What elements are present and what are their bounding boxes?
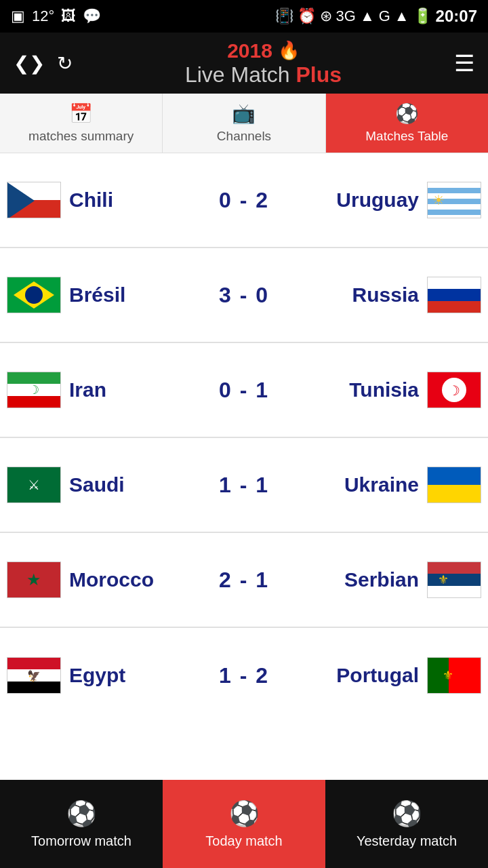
team-away: Serbian: [281, 561, 481, 598]
bottom-nav: ⚽ Tomorrow match ⚽ Today match ⚽ Yesterd…: [0, 780, 488, 868]
flag-russia: [427, 277, 481, 313]
flag-egypt: [7, 657, 61, 694]
match-row[interactable]: Saudi 1 - 1 Ukraine: [0, 438, 488, 533]
app-title: 2018 🔥 Live Match Plus: [73, 39, 454, 87]
team-home: Chili: [7, 182, 207, 218]
flag-ukraine: [427, 467, 481, 503]
match-score: 3 - 0: [207, 283, 281, 308]
status-left: ▣ 12° 🖼 💬: [11, 7, 101, 25]
match-score: 0 - 1: [207, 378, 281, 403]
team-home: Saudi: [7, 467, 207, 503]
soccer-ball-today-icon: ⚽: [229, 800, 260, 828]
away-team-name: Uruguay: [336, 189, 419, 212]
hamburger-menu-icon[interactable]: ☰: [454, 50, 474, 77]
flag-morocco: [7, 561, 61, 598]
team-away: Russia: [281, 277, 481, 313]
nav-yesterday-label: Yesterday match: [357, 833, 457, 849]
away-team-name: Serbian: [344, 568, 419, 591]
flag-chili: [7, 182, 61, 218]
title-year: 2018 🔥: [73, 39, 454, 62]
top-bar-left-icons: ❮❯ ↻: [14, 52, 73, 75]
team-home: Morocco: [7, 561, 207, 598]
nav-today-label: Today match: [205, 833, 282, 849]
status-message-icon: 💬: [83, 7, 101, 25]
soccer-ball-icon: ⚽: [395, 102, 419, 125]
home-team-name: Chili: [69, 189, 113, 212]
status-right: 📳 ⏰ ⊛ 3G ▲ G ▲ 🔋 20:07: [275, 7, 477, 26]
match-row[interactable]: Brésil 3 - 0 Russia: [0, 248, 488, 343]
nav-today-match[interactable]: ⚽ Today match: [163, 780, 325, 868]
team-home: Iran: [7, 372, 207, 408]
match-row[interactable]: Morocco 2 - 1 Serbian: [0, 533, 488, 628]
status-vibrate-icon: 📳: [275, 7, 293, 25]
match-score: 0 - 2: [207, 188, 281, 213]
tab-matches-summary[interactable]: 📅 matches summary: [0, 94, 163, 153]
away-team-name: Ukraine: [344, 473, 419, 496]
status-image-icon: 🖼: [61, 7, 76, 25]
tab-matches-table[interactable]: ⚽ Matches Table: [326, 94, 488, 153]
team-away: Tunisia: [281, 372, 481, 408]
nav-tomorrow-label: Tomorrow match: [31, 833, 131, 849]
status-signal2-icon: ▲: [394, 7, 409, 25]
status-g-icon: G: [379, 7, 390, 25]
status-temp: 12°: [32, 7, 54, 25]
tab-matches-table-label: Matches Table: [365, 129, 448, 144]
team-away: Uruguay: [281, 182, 481, 218]
away-team-name: Portugal: [336, 664, 419, 687]
status-time: 20:07: [436, 7, 477, 26]
status-signal-icon: ▲: [360, 7, 375, 25]
away-team-name: Russia: [352, 283, 419, 307]
matches-content: Chili 0 - 2 Uruguay Brésil 3 - 0 Russia: [0, 153, 488, 811]
top-bar: ❮❯ ↻ 2018 🔥 Live Match Plus ☰: [0, 33, 488, 94]
home-team-name: Iran: [69, 378, 106, 401]
share-icon[interactable]: ❮❯: [14, 52, 45, 75]
matches-list: Chili 0 - 2 Uruguay Brésil 3 - 0 Russia: [0, 153, 488, 723]
team-away: Ukraine: [281, 467, 481, 503]
team-away: Portugal: [281, 657, 481, 694]
match-score: 1 - 2: [207, 663, 281, 688]
tv-icon: 📺: [232, 102, 256, 125]
flag-serbian: [427, 561, 481, 598]
home-team-name: Egypt: [69, 664, 125, 687]
home-team-name: Brésil: [69, 283, 125, 307]
nav-yesterday-match[interactable]: ⚽ Yesterday match: [325, 780, 488, 868]
status-sim-icon: ▣: [11, 7, 25, 25]
status-network: 3G: [336, 7, 356, 25]
nav-tomorrow-match[interactable]: ⚽ Tomorrow match: [0, 780, 163, 868]
tab-matches-summary-label: matches summary: [28, 129, 134, 144]
soccer-ball-tomorrow-icon: ⚽: [66, 800, 97, 828]
flag-portugal: [427, 657, 481, 694]
match-score: 1 - 1: [207, 473, 281, 498]
title-app: Live Match Plus: [73, 62, 454, 87]
flag-iran: [7, 372, 61, 408]
home-team-name: Saudi: [69, 473, 125, 496]
tab-channels[interactable]: 📺 Channels: [163, 94, 325, 153]
flag-saudi: [7, 467, 61, 503]
flag-bresil: [7, 277, 61, 313]
status-bar: ▣ 12° 🖼 💬 📳 ⏰ ⊛ 3G ▲ G ▲ 🔋 20:07: [0, 0, 488, 33]
refresh-icon[interactable]: ↻: [57, 52, 73, 75]
status-battery-icon: 🔋: [413, 7, 432, 25]
match-row[interactable]: Egypt 1 - 2 Portugal: [0, 628, 488, 723]
away-team-name: Tunisia: [349, 378, 419, 401]
tab-bar: 📅 matches summary 📺 Channels ⚽ Matches T…: [0, 94, 488, 153]
calendar-icon: 📅: [69, 102, 93, 125]
match-row[interactable]: Iran 0 - 1 Tunisia: [0, 343, 488, 438]
match-score: 2 - 1: [207, 568, 281, 593]
fire-icon: 🔥: [278, 40, 300, 61]
soccer-ball-yesterday-icon: ⚽: [392, 800, 422, 828]
tab-channels-label: Channels: [217, 129, 271, 144]
flag-tunisia: [427, 372, 481, 408]
team-home: Brésil: [7, 277, 207, 313]
status-alarm-icon: ⏰: [298, 7, 316, 25]
flag-uruguay: [427, 182, 481, 218]
match-row[interactable]: Chili 0 - 2 Uruguay: [0, 153, 488, 248]
home-team-name: Morocco: [69, 568, 154, 591]
team-home: Egypt: [7, 657, 207, 694]
status-wifi-icon: ⊛: [320, 7, 332, 25]
